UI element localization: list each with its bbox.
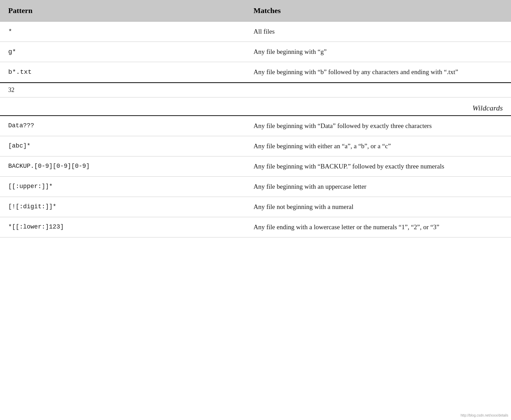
table-row: [abc]*Any file beginning with either an … bbox=[0, 136, 511, 156]
page-number: 32 bbox=[0, 82, 511, 97]
table-row: b*.txtAny file beginning with “b” follow… bbox=[0, 62, 511, 82]
pattern-cell: g* bbox=[0, 42, 245, 62]
header-pattern: Pattern bbox=[0, 0, 245, 22]
matches-cell: Any file not beginning with a numeral bbox=[245, 197, 511, 217]
pattern-cell: [abc]* bbox=[0, 136, 245, 156]
matches-cell: All files bbox=[245, 22, 511, 42]
table-row: Data???Any file beginning with “Data” fo… bbox=[0, 116, 511, 136]
pattern-cell: * bbox=[0, 22, 245, 42]
table-row: *All files bbox=[0, 22, 511, 42]
table-row: BACKUP.[0-9][0-9][0-9]Any file beginning… bbox=[0, 156, 511, 177]
matches-cell: Any file ending with a lowercase letter … bbox=[245, 217, 511, 237]
table-row: [![:digit:]]*Any file not beginning with… bbox=[0, 197, 511, 217]
pattern-cell: Data??? bbox=[0, 116, 245, 136]
table-row: *[[:lower:]123]Any file ending with a lo… bbox=[0, 217, 511, 237]
pattern-cell: b*.txt bbox=[0, 62, 245, 82]
watermark: http://blog.csdn.net/xxxx/details bbox=[461, 413, 508, 417]
pattern-cell: [[:upper:]]* bbox=[0, 177, 245, 197]
table-row: g*Any file beginning with “g” bbox=[0, 42, 511, 62]
header-matches: Matches bbox=[245, 0, 511, 22]
pattern-cell: [![:digit:]]* bbox=[0, 197, 245, 217]
table-row: [[:upper:]]*Any file beginning with an u… bbox=[0, 177, 511, 197]
pattern-cell: *[[:lower:]123] bbox=[0, 217, 245, 237]
matches-cell: Any file beginning with “g” bbox=[245, 42, 511, 62]
matches-cell: Any file beginning with “b” followed by … bbox=[245, 62, 511, 82]
wildcards-header: Wildcards bbox=[0, 97, 511, 116]
matches-cell: Any file beginning with “Data” followed … bbox=[245, 116, 511, 136]
wildcards-title: Wildcards bbox=[473, 104, 503, 113]
bottom-table: Data???Any file beginning with “Data” fo… bbox=[0, 116, 511, 237]
pattern-cell: BACKUP.[0-9][0-9][0-9] bbox=[0, 156, 245, 177]
matches-cell: Any file beginning with an uppercase let… bbox=[245, 177, 511, 197]
page-wrapper: Pattern Matches *All filesg*Any file beg… bbox=[0, 0, 511, 237]
table-header-row: Pattern Matches bbox=[0, 0, 511, 22]
top-table: Pattern Matches *All filesg*Any file beg… bbox=[0, 0, 511, 82]
matches-cell: Any file beginning with either an “a”, a… bbox=[245, 136, 511, 156]
page-number-value: 32 bbox=[8, 86, 14, 93]
matches-cell: Any file beginning with “BACKUP.” follow… bbox=[245, 156, 511, 177]
